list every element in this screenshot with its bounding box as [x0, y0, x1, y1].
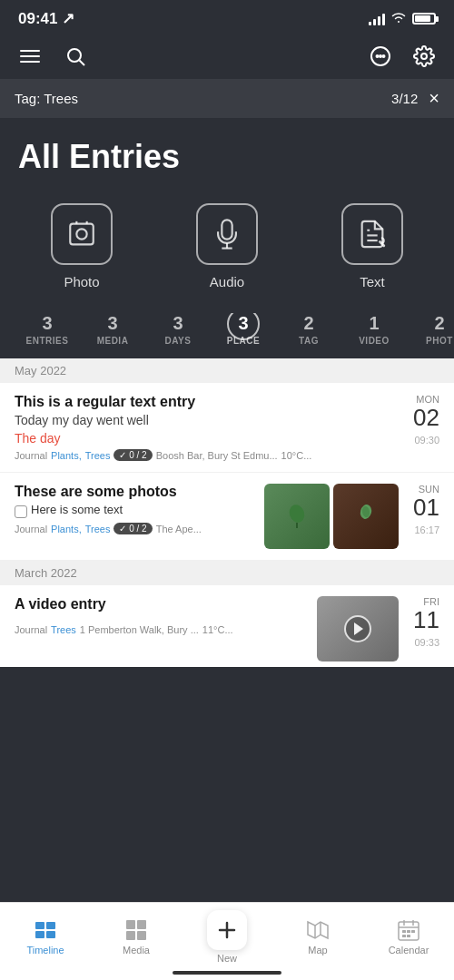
entries-heading: All Entries — [0, 118, 454, 185]
meta-temp: 11°C... — [202, 624, 233, 635]
svg-point-5 — [383, 55, 385, 57]
stat-photo[interactable]: 2 PHOT — [407, 313, 454, 346]
status-icons — [369, 11, 436, 26]
svg-rect-21 — [35, 931, 44, 938]
media-icon — [124, 918, 148, 942]
entry-content: This is a regular text entry Today my da… — [15, 394, 404, 461]
text-label: Text — [360, 274, 385, 289]
svg-rect-27 — [137, 931, 146, 940]
meta-tag-plants: Plants, — [51, 450, 82, 461]
svg-rect-23 — [46, 931, 55, 938]
nav-label-timeline: Timeline — [26, 945, 64, 956]
svg-rect-7 — [70, 224, 94, 245]
page-title: All Entries — [18, 138, 436, 176]
entry-content: A video entry Journal Trees 1 Pemberton … — [15, 596, 308, 635]
entry-type-text[interactable]: Text — [341, 203, 403, 289]
entry-type-audio[interactable]: Audio — [196, 203, 258, 289]
svg-rect-24 — [126, 920, 135, 929]
tag-close-button[interactable]: × — [429, 88, 439, 109]
tag-bar: Tag: Trees 3/12 × — [0, 79, 454, 118]
entry-content: These are some photos Here is some text … — [15, 484, 255, 534]
nav-item-calendar[interactable]: Calendar — [377, 918, 440, 956]
meta-journal: Journal — [15, 524, 47, 534]
svg-rect-39 — [411, 930, 415, 933]
entry-title: These are some photos — [15, 484, 255, 500]
svg-rect-40 — [402, 935, 406, 937]
map-icon — [306, 918, 330, 942]
entry-thumbnail[interactable] — [333, 484, 399, 549]
svg-rect-41 — [407, 935, 410, 937]
settings-button[interactable] — [409, 41, 439, 72]
status-bar: 09:41 ↗ — [0, 0, 454, 34]
entry-date-col: MON 02 09:30 — [413, 394, 439, 446]
more-button[interactable] — [365, 41, 396, 72]
svg-point-4 — [380, 55, 381, 57]
play-button[interactable] — [344, 615, 371, 642]
text-icon-box — [341, 203, 403, 265]
entry-meta: Journal Trees 1 Pemberton Walk, Bury ...… — [15, 624, 308, 635]
entry-checkbox[interactable] — [15, 505, 27, 518]
add-entry-button[interactable] — [207, 910, 247, 950]
stat-entries[interactable]: 3 ENTRIES — [15, 313, 80, 346]
stat-place[interactable]: 3 PLACE — [211, 313, 276, 346]
svg-point-6 — [421, 54, 427, 59]
entry-day-num: 02 — [413, 405, 439, 431]
nav-item-timeline[interactable]: Timeline — [14, 918, 77, 956]
meta-tag-plants: Plants, — [51, 524, 82, 534]
calendar-icon — [397, 918, 420, 942]
video-thumbnail[interactable] — [317, 596, 399, 662]
stat-video[interactable]: 1 VIDEO — [341, 313, 407, 346]
entry-title: A video entry — [15, 596, 308, 612]
entry-thumbnail[interactable] — [264, 484, 330, 549]
svg-point-16 — [287, 503, 307, 524]
meta-tag-trees: Trees — [51, 624, 76, 635]
entry-time: 09:33 — [414, 637, 439, 648]
play-triangle-icon — [354, 622, 363, 635]
svg-rect-38 — [407, 930, 410, 933]
month-header-march2022: March 2022 — [0, 561, 454, 585]
list-item[interactable]: This is a regular text entry Today my da… — [0, 383, 454, 473]
svg-rect-20 — [35, 922, 44, 929]
entry-title: This is a regular text entry — [15, 394, 404, 410]
nav-item-map[interactable]: Map — [286, 918, 350, 956]
entry-time: 09:30 — [414, 435, 439, 446]
stat-tag[interactable]: 2 TAG — [276, 313, 341, 346]
nav-label-media: Media — [123, 945, 150, 956]
search-button[interactable] — [60, 41, 91, 72]
stat-media[interactable]: 3 MEDIA — [80, 313, 145, 346]
stat-days[interactable]: 3 DAYS — [145, 313, 211, 346]
list-item[interactable]: These are some photos Here is some text … — [0, 473, 454, 561]
svg-point-8 — [76, 229, 86, 239]
meta-tag-trees: Trees — [85, 450, 111, 461]
meta-location: 1 Pemberton Walk, Bury ... — [80, 624, 199, 635]
meta-tag-trees: Trees — [85, 524, 111, 534]
svg-rect-37 — [402, 930, 406, 933]
nav-item-media[interactable]: Media — [104, 918, 168, 956]
entry-date-col: SUN 01 16:17 — [413, 484, 439, 535]
home-indicator — [173, 971, 281, 975]
svg-marker-30 — [308, 922, 328, 938]
signal-bars-icon — [369, 13, 385, 25]
list-item[interactable]: A video entry Journal Trees 1 Pemberton … — [0, 585, 454, 667]
audio-label: Audio — [210, 274, 244, 289]
entry-type-photo[interactable]: Photo — [51, 203, 113, 289]
entry-date-col: FRI 11 09:33 — [413, 596, 439, 648]
entry-meta: Journal Plants, Trees ✓ 0 / 2 Boosh Bar,… — [15, 449, 404, 461]
timeline-icon — [34, 918, 57, 942]
entry-meta: Journal Plants, Trees ✓ 0 / 2 The Ape... — [15, 523, 255, 534]
menu-button[interactable] — [15, 41, 45, 72]
entry-highlight: The day — [15, 431, 404, 446]
tag-count: 3/12 — [391, 91, 418, 106]
meta-journal: Journal — [15, 450, 47, 461]
meta-journal: Journal — [15, 624, 47, 635]
stats-section: 3 ENTRIES 3 MEDIA 3 DAYS 3 PLACE 2 TAG 1… — [0, 304, 454, 358]
battery-icon — [412, 13, 436, 24]
stats-slider[interactable]: 3 ENTRIES 3 MEDIA 3 DAYS 3 PLACE 2 TAG 1… — [0, 313, 454, 355]
entry-time: 16:17 — [414, 524, 439, 535]
svg-rect-25 — [137, 920, 146, 929]
nav-label-new: New — [217, 953, 237, 964]
nav-item-new[interactable]: New — [195, 910, 259, 964]
bottom-nav: Timeline Media New — [0, 902, 454, 980]
entry-day-num: 01 — [413, 495, 439, 521]
wifi-icon — [390, 11, 407, 26]
